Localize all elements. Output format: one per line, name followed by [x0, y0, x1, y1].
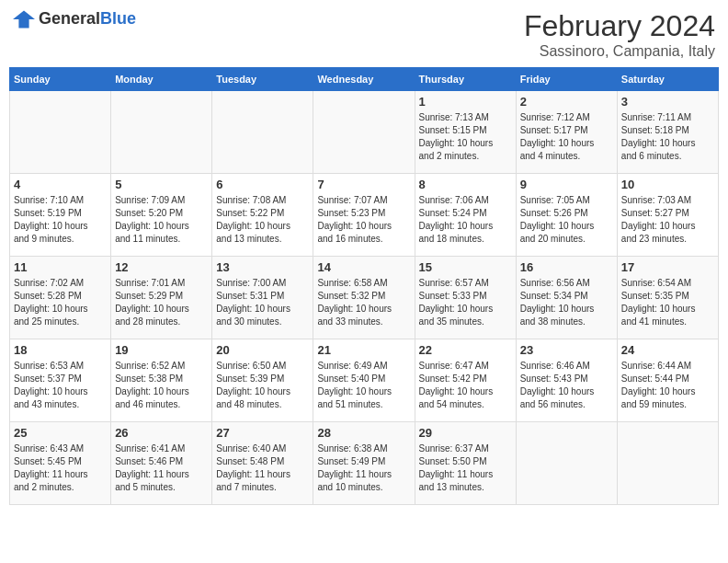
day-number: 23	[520, 343, 613, 357]
day-info: Sunrise: 6:56 AM Sunset: 5:34 PM Dayligh…	[520, 277, 613, 328]
day-number: 21	[317, 343, 410, 357]
day-info: Sunrise: 7:03 AM Sunset: 5:27 PM Dayligh…	[621, 194, 714, 246]
calendar-cell: 13Sunrise: 7:00 AM Sunset: 5:31 PM Dayli…	[212, 257, 313, 339]
day-info: Sunrise: 6:50 AM Sunset: 5:39 PM Dayligh…	[216, 360, 309, 411]
page-title: February 2024	[524, 9, 715, 43]
day-info: Sunrise: 7:13 AM Sunset: 5:15 PM Dayligh…	[419, 111, 512, 163]
day-number: 16	[520, 260, 613, 274]
day-info: Sunrise: 6:43 AM Sunset: 5:45 PM Dayligh…	[14, 442, 107, 494]
col-header-saturday: Saturday	[617, 68, 718, 91]
calendar-cell: 24Sunrise: 6:44 AM Sunset: 5:44 PM Dayli…	[617, 339, 718, 422]
page-subtitle: Sassinoro, Campania, Italy	[524, 43, 715, 60]
calendar-cell: 20Sunrise: 6:50 AM Sunset: 5:39 PM Dayli…	[212, 339, 313, 422]
col-header-thursday: Thursday	[415, 68, 516, 91]
calendar-cell: 17Sunrise: 6:54 AM Sunset: 5:35 PM Dayli…	[617, 257, 718, 339]
day-info: Sunrise: 7:01 AM Sunset: 5:29 PM Dayligh…	[115, 277, 208, 328]
col-header-sunday: Sunday	[10, 68, 111, 91]
day-info: Sunrise: 6:44 AM Sunset: 5:44 PM Dayligh…	[621, 360, 714, 411]
day-info: Sunrise: 7:07 AM Sunset: 5:23 PM Dayligh…	[317, 194, 410, 246]
calendar-cell	[212, 91, 313, 174]
calendar-cell: 16Sunrise: 6:56 AM Sunset: 5:34 PM Dayli…	[516, 257, 617, 339]
calendar-cell: 12Sunrise: 7:01 AM Sunset: 5:29 PM Dayli…	[111, 257, 212, 339]
day-number: 13	[216, 260, 309, 274]
day-info: Sunrise: 7:06 AM Sunset: 5:24 PM Dayligh…	[419, 194, 512, 246]
calendar-cell: 3Sunrise: 7:11 AM Sunset: 5:18 PM Daylig…	[617, 91, 718, 174]
calendar-cell: 2Sunrise: 7:12 AM Sunset: 5:17 PM Daylig…	[516, 91, 617, 174]
day-info: Sunrise: 7:09 AM Sunset: 5:20 PM Dayligh…	[115, 194, 208, 246]
day-number: 17	[621, 260, 714, 274]
day-number: 28	[317, 426, 410, 440]
day-info: Sunrise: 6:38 AM Sunset: 5:49 PM Dayligh…	[317, 442, 410, 494]
day-number: 7	[317, 178, 410, 191]
day-number: 12	[115, 260, 208, 274]
day-number: 27	[216, 426, 309, 440]
calendar-week-row: 4Sunrise: 7:10 AM Sunset: 5:19 PM Daylig…	[10, 174, 719, 257]
day-number: 5	[115, 178, 208, 191]
calendar-cell: 14Sunrise: 6:58 AM Sunset: 5:32 PM Dayli…	[313, 257, 415, 339]
calendar-week-row: 25Sunrise: 6:43 AM Sunset: 5:45 PM Dayli…	[10, 422, 719, 505]
logo-general: General	[39, 9, 100, 28]
calendar-cell: 19Sunrise: 6:52 AM Sunset: 5:38 PM Dayli…	[111, 339, 212, 422]
day-number: 19	[115, 343, 208, 357]
day-info: Sunrise: 7:02 AM Sunset: 5:28 PM Dayligh…	[14, 277, 107, 328]
calendar-cell: 5Sunrise: 7:09 AM Sunset: 5:20 PM Daylig…	[111, 174, 212, 257]
calendar-cell	[617, 422, 718, 505]
logo-icon	[13, 10, 35, 29]
day-number: 1	[419, 95, 512, 109]
day-number: 26	[115, 426, 208, 440]
calendar-header-row: SundayMondayTuesdayWednesdayThursdayFrid…	[10, 68, 719, 91]
calendar-cell: 1Sunrise: 7:13 AM Sunset: 5:15 PM Daylig…	[415, 91, 516, 174]
day-number: 25	[14, 426, 107, 440]
day-info: Sunrise: 6:47 AM Sunset: 5:42 PM Dayligh…	[419, 360, 512, 411]
day-number: 29	[419, 426, 512, 440]
calendar-cell: 27Sunrise: 6:40 AM Sunset: 5:48 PM Dayli…	[212, 422, 313, 505]
day-info: Sunrise: 7:11 AM Sunset: 5:18 PM Dayligh…	[621, 111, 714, 163]
day-number: 24	[621, 343, 714, 357]
calendar-cell: 26Sunrise: 6:41 AM Sunset: 5:46 PM Dayli…	[111, 422, 212, 505]
calendar-cell	[10, 91, 111, 174]
calendar-cell: 9Sunrise: 7:05 AM Sunset: 5:26 PM Daylig…	[516, 174, 617, 257]
day-number: 3	[621, 95, 714, 109]
calendar-cell: 18Sunrise: 6:53 AM Sunset: 5:37 PM Dayli…	[10, 339, 111, 422]
svg-marker-0	[13, 10, 35, 28]
calendar-cell: 23Sunrise: 6:46 AM Sunset: 5:43 PM Dayli…	[516, 339, 617, 422]
day-number: 2	[520, 95, 613, 109]
day-number: 14	[317, 260, 410, 274]
calendar-cell	[516, 422, 617, 505]
day-number: 20	[216, 343, 309, 357]
calendar-cell: 21Sunrise: 6:49 AM Sunset: 5:40 PM Dayli…	[313, 339, 415, 422]
day-info: Sunrise: 6:53 AM Sunset: 5:37 PM Dayligh…	[14, 360, 107, 411]
day-number: 4	[14, 178, 107, 191]
day-info: Sunrise: 6:58 AM Sunset: 5:32 PM Dayligh…	[317, 277, 410, 328]
calendar-week-row: 11Sunrise: 7:02 AM Sunset: 5:28 PM Dayli…	[10, 257, 719, 339]
calendar-cell: 15Sunrise: 6:57 AM Sunset: 5:33 PM Dayli…	[415, 257, 516, 339]
day-info: Sunrise: 6:41 AM Sunset: 5:46 PM Dayligh…	[115, 442, 208, 494]
day-number: 9	[520, 178, 613, 191]
day-number: 6	[216, 178, 309, 191]
calendar-cell: 22Sunrise: 6:47 AM Sunset: 5:42 PM Dayli…	[415, 339, 516, 422]
day-info: Sunrise: 7:12 AM Sunset: 5:17 PM Dayligh…	[520, 111, 613, 163]
calendar-cell	[111, 91, 212, 174]
calendar-cell: 10Sunrise: 7:03 AM Sunset: 5:27 PM Dayli…	[617, 174, 718, 257]
page-header: GeneralBlue February 2024 Sassinoro, Cam…	[9, 9, 719, 60]
day-info: Sunrise: 6:40 AM Sunset: 5:48 PM Dayligh…	[216, 442, 309, 494]
day-info: Sunrise: 6:49 AM Sunset: 5:40 PM Dayligh…	[317, 360, 410, 411]
calendar-cell: 28Sunrise: 6:38 AM Sunset: 5:49 PM Dayli…	[313, 422, 415, 505]
day-info: Sunrise: 7:00 AM Sunset: 5:31 PM Dayligh…	[216, 277, 309, 328]
calendar-cell: 25Sunrise: 6:43 AM Sunset: 5:45 PM Dayli…	[10, 422, 111, 505]
day-number: 18	[14, 343, 107, 357]
logo-blue: Blue	[100, 9, 136, 28]
calendar-cell: 7Sunrise: 7:07 AM Sunset: 5:23 PM Daylig…	[313, 174, 415, 257]
col-header-wednesday: Wednesday	[313, 68, 415, 91]
day-info: Sunrise: 6:54 AM Sunset: 5:35 PM Dayligh…	[621, 277, 714, 328]
day-number: 15	[419, 260, 512, 274]
day-info: Sunrise: 7:10 AM Sunset: 5:19 PM Dayligh…	[14, 194, 107, 246]
title-area: February 2024 Sassinoro, Campania, Italy	[524, 9, 715, 60]
logo: GeneralBlue	[13, 9, 136, 29]
day-info: Sunrise: 6:57 AM Sunset: 5:33 PM Dayligh…	[419, 277, 512, 328]
logo-text: GeneralBlue	[39, 9, 136, 29]
day-info: Sunrise: 7:08 AM Sunset: 5:22 PM Dayligh…	[216, 194, 309, 246]
calendar-table: SundayMondayTuesdayWednesdayThursdayFrid…	[9, 67, 719, 505]
day-info: Sunrise: 6:46 AM Sunset: 5:43 PM Dayligh…	[520, 360, 613, 411]
day-info: Sunrise: 7:05 AM Sunset: 5:26 PM Dayligh…	[520, 194, 613, 246]
